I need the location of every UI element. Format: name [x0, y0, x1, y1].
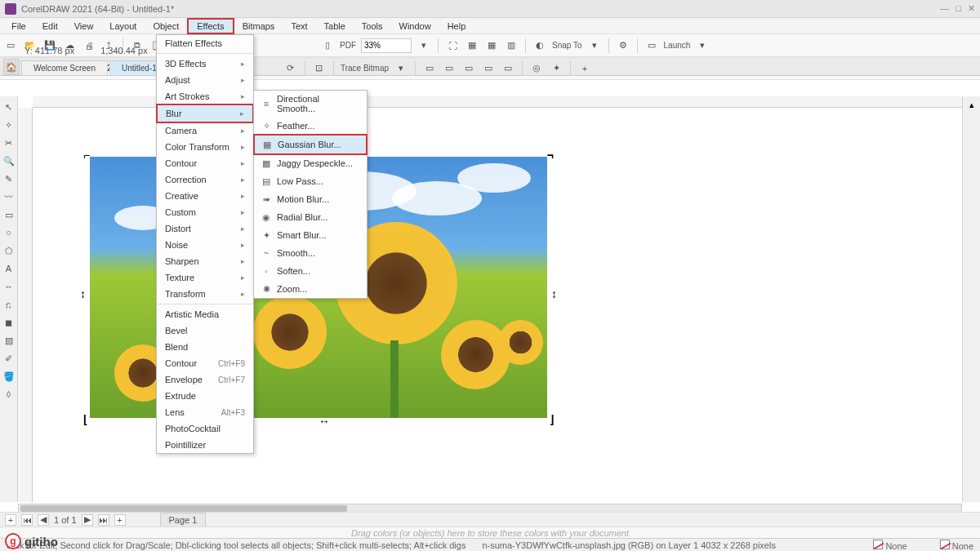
menu-effects[interactable]: Effects — [187, 18, 234, 34]
fullscreen-icon[interactable]: ⛶ — [445, 38, 460, 53]
color-mask-icon[interactable]: ▭ — [501, 61, 515, 76]
zoom-dropdown-icon[interactable]: ▾ — [416, 38, 431, 53]
wrap-icon[interactable]: ◎ — [529, 61, 544, 76]
options-icon[interactable]: ⚙ — [616, 38, 630, 53]
snap-align-icon[interactable]: ▦ — [465, 38, 479, 53]
effects-item-correction[interactable]: Correction▸ — [157, 171, 253, 188]
menu-layout[interactable]: Layout — [101, 20, 145, 33]
blur-item-zoom[interactable]: ✺Zoom... — [254, 280, 367, 298]
menu-text[interactable]: Text — [283, 20, 315, 33]
status-fill[interactable]: None — [873, 540, 906, 551]
blur-item-radial[interactable]: ◉Radial Blur... — [254, 208, 367, 226]
trace-button[interactable]: Trace Bitmap — [341, 64, 389, 73]
next-page-button[interactable]: ▶ — [82, 514, 93, 526]
add-page-button[interactable]: + — [5, 514, 16, 526]
tab-welcome[interactable]: Welcome Screen — [21, 60, 108, 75]
effects-item-bevel[interactable]: Bevel — [157, 322, 253, 339]
handle-tr[interactable]: ¬ — [547, 149, 554, 162]
effects-item-camera[interactable]: Camera▸ — [157, 122, 253, 139]
blur-item-motion[interactable]: ➠Motion Blur... — [254, 190, 367, 208]
blur-item-jaggy[interactable]: ▩Jaggy Despeckle... — [254, 154, 367, 172]
handle-ml[interactable]: ↕ — [80, 287, 86, 300]
menu-view[interactable]: View — [66, 20, 102, 33]
transparency-tool-icon[interactable]: ▨ — [2, 333, 16, 348]
text-tool-icon[interactable]: A — [2, 261, 16, 276]
transparency-icon[interactable]: ◐ — [532, 38, 547, 53]
menu-window[interactable]: Window — [391, 20, 439, 33]
plus-icon[interactable]: + — [577, 61, 592, 76]
effects-item-creative[interactable]: Creative▸ — [157, 188, 253, 204]
prev-page-button[interactable]: ◀ — [38, 514, 49, 526]
handle-tl[interactable]: ⌐ — [83, 149, 90, 162]
launch-label[interactable]: Launch — [664, 41, 691, 50]
ellipse-tool-icon[interactable]: ○ — [2, 225, 16, 240]
freehand-tool-icon[interactable]: ✎ — [2, 171, 16, 186]
blur-item-soften[interactable]: ◦Soften... — [254, 262, 367, 280]
effects-item-distort[interactable]: Distort▸ — [157, 220, 253, 237]
effects-item-pointillizer[interactable]: Pointillizer — [157, 437, 253, 453]
fill-tool-icon[interactable]: 🪣 — [2, 369, 16, 384]
document-palette[interactable]: Drag colors (or objects) here to store t… — [0, 527, 980, 538]
menu-bitmaps[interactable]: Bitmaps — [234, 20, 283, 33]
effects-item-blend[interactable]: Blend — [157, 339, 253, 355]
straighten-icon[interactable]: ▭ — [481, 61, 496, 76]
status-outline[interactable]: None — [940, 540, 973, 551]
parallel-dim-icon[interactable]: ↔ — [2, 279, 16, 294]
new-icon[interactable]: ▭ — [3, 38, 18, 53]
outline-tool-icon[interactable]: ◊ — [2, 387, 16, 402]
shape-tool-icon[interactable]: ✧ — [2, 118, 16, 132]
handle-bl[interactable]: ⌊ — [83, 413, 87, 426]
menu-file[interactable]: File — [3, 20, 34, 33]
last-page-button[interactable]: ⏭ — [98, 514, 109, 526]
blur-item-feather[interactable]: ✧Feather... — [254, 117, 367, 135]
handle-mr[interactable]: ↕ — [551, 287, 557, 300]
first-page-button[interactable]: ⏮ — [21, 514, 33, 526]
effects-item-noise[interactable]: Noise▸ — [157, 237, 253, 253]
handle-br[interactable]: ⌋ — [550, 413, 554, 426]
blur-item-gaussian[interactable]: ▦Gaussian Blur... — [253, 134, 368, 155]
page-tab[interactable]: Page 1 — [160, 513, 207, 527]
scroll-thumb[interactable] — [20, 505, 347, 512]
add-page-after-button[interactable]: + — [114, 514, 126, 526]
effects-item-sharpen[interactable]: Sharpen▸ — [157, 253, 253, 269]
menu-edit[interactable]: Edit — [34, 20, 66, 33]
snap-grid-icon[interactable]: ▦ — [484, 38, 499, 53]
handle-bm[interactable]: ↔ — [318, 415, 330, 428]
crop-icon[interactable]: ⊡ — [312, 61, 327, 76]
artistic-media-icon[interactable]: 〰 — [2, 189, 16, 204]
menu-help[interactable]: Help — [439, 20, 474, 33]
minimize-icon[interactable]: — — [940, 3, 949, 14]
zoom-tool-icon[interactable]: 🔍 — [2, 153, 16, 168]
edit-bitmap-icon[interactable]: ▭ — [422, 61, 437, 76]
effects-item-transform[interactable]: Transform▸ — [157, 286, 253, 302]
effects-item-lens[interactable]: LensAlt+F3 — [157, 404, 253, 420]
launch-icon[interactable]: ▭ — [644, 38, 659, 53]
palette-scroll-up-icon[interactable]: ▴ — [969, 100, 974, 110]
menu-tools[interactable]: Tools — [354, 20, 391, 33]
effects-item-adjust[interactable]: Adjust▸ — [157, 72, 253, 88]
effects-item-blur[interactable]: Blur▸ — [156, 104, 254, 123]
menu-table[interactable]: Table — [316, 20, 354, 33]
rectangle-tool-icon[interactable]: ▭ — [2, 207, 16, 222]
menu-object[interactable]: Object — [145, 20, 187, 33]
effects-item-extrude[interactable]: Extrude — [157, 388, 253, 404]
dropshadow-icon[interactable]: ◼ — [2, 315, 16, 330]
crop2-icon[interactable]: ▭ — [461, 61, 476, 76]
blur-item-directional[interactable]: ≡Directional Smooth... — [254, 91, 367, 117]
pick-tool-icon[interactable]: ↖ — [2, 100, 16, 114]
effects-item-custom[interactable]: Custom▸ — [157, 204, 253, 220]
home-tab[interactable]: 🏠 — [3, 59, 20, 75]
snap-guide-icon[interactable]: ▥ — [504, 38, 519, 53]
chevron-down-icon[interactable]: ▾ — [587, 38, 602, 53]
snap-to-label[interactable]: Snap To — [552, 41, 582, 50]
effects-icon[interactable]: ✦ — [549, 61, 564, 76]
effects-item-photococktail[interactable]: PhotoCocktail — [157, 420, 253, 437]
effects-item-flatten[interactable]: Flatten Effects — [157, 35, 253, 51]
effects-item-color-transform[interactable]: Color Transform▸ — [157, 139, 253, 155]
effects-item-artistic-media[interactable]: Artistic Media — [157, 306, 253, 322]
effects-item-contour[interactable]: Contour▸ — [157, 155, 253, 171]
resample-icon[interactable]: ▭ — [442, 61, 457, 76]
effects-item-contour2[interactable]: ContourCtrl+F9 — [157, 355, 253, 371]
connector-icon[interactable]: ⎌ — [2, 297, 16, 312]
blur-item-smart[interactable]: ✦Smart Blur... — [254, 226, 367, 244]
